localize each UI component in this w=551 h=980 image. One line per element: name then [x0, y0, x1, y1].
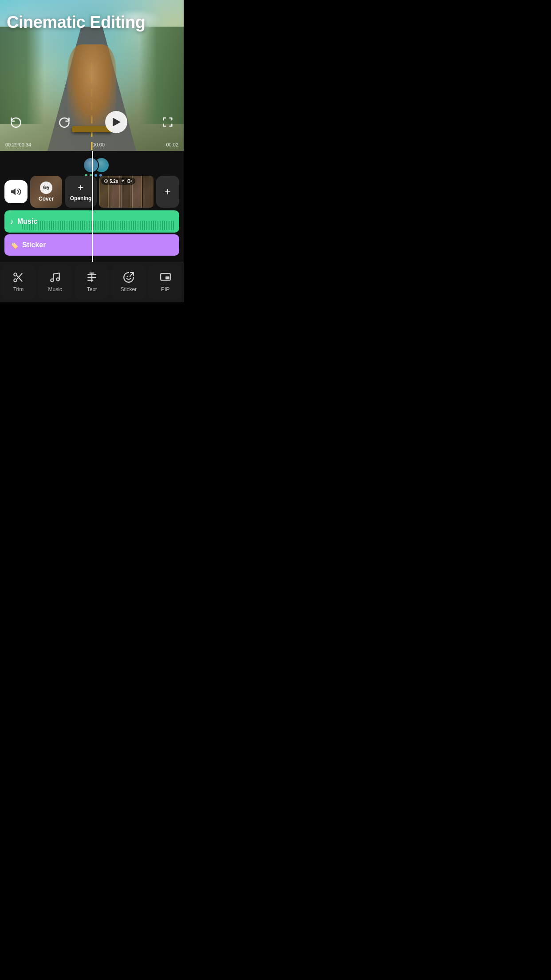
tool-text[interactable]: Text: [75, 265, 109, 300]
sticker-tool-icon: [123, 271, 134, 284]
video-title: Cinematic Editing: [7, 13, 145, 32]
tool-music[interactable]: Music: [38, 265, 72, 300]
cover-swap-icon: [40, 182, 52, 194]
sticker-tool-label: Sticker: [120, 286, 137, 292]
cover-button[interactable]: Cover: [30, 176, 62, 208]
strip-5: [143, 176, 153, 208]
svg-rect-4: [123, 180, 124, 181]
video-preview: Cinematic Editing 00:29 /: [0, 0, 184, 151]
svg-rect-0: [11, 190, 13, 194]
music-track[interactable]: ♪ Music: [4, 210, 179, 233]
video-controls: [0, 111, 184, 133]
strip-time-badge: 5.2s: [101, 178, 135, 185]
svg-rect-5: [122, 182, 123, 182]
music-tool-icon: [49, 271, 61, 284]
sticker-track[interactable]: 🏷️ Sticker: [4, 234, 179, 256]
marker-right-label: 00:02: [166, 142, 178, 147]
opening-button[interactable]: + Opening: [65, 176, 97, 208]
opening-plus-icon: +: [78, 182, 84, 194]
sticker-icon: 🏷️: [10, 241, 19, 249]
main-track-row: Cover + Opening 5.2s: [0, 176, 184, 208]
audio-toggle-button[interactable]: [4, 180, 28, 203]
timeline-area: Cover + Opening 5.2s: [0, 151, 184, 262]
pip-tool-label: PIP: [161, 286, 169, 292]
current-time-label: 00:29: [5, 142, 18, 147]
timeline-time-labels: 00:29 / 00:34 00:00 00:02: [0, 142, 184, 147]
trim-label: Trim: [13, 286, 24, 292]
music-track-label: Music: [17, 217, 37, 225]
bubble-track-row: [4, 155, 179, 176]
undo-button[interactable]: [8, 114, 24, 130]
tool-sticker[interactable]: Sticker: [111, 265, 146, 300]
cover-label: Cover: [39, 196, 54, 202]
video-strip[interactable]: 5.2s: [99, 176, 153, 208]
opening-label: Opening: [70, 195, 92, 202]
pip-icon: [160, 271, 171, 284]
fullscreen-button[interactable]: [160, 114, 176, 130]
svg-rect-17: [165, 277, 169, 280]
transition-bubbles: [83, 157, 110, 173]
redo-button[interactable]: [56, 114, 72, 130]
trees-left: [0, 27, 44, 124]
tool-pip[interactable]: PIP: [148, 265, 182, 300]
svg-marker-6: [128, 180, 130, 183]
svg-point-15: [130, 276, 131, 277]
svg-point-13: [56, 278, 59, 281]
music-tool-label: Music: [48, 286, 62, 292]
sticker-track-label: Sticker: [22, 241, 46, 249]
strip-time-value: 5.2s: [110, 179, 118, 184]
text-icon: [86, 271, 98, 284]
play-button[interactable]: [105, 111, 127, 133]
svg-point-12: [51, 279, 54, 282]
total-time-label: 00:34: [19, 142, 31, 147]
text-tool-label: Text: [87, 286, 97, 292]
add-clip-button[interactable]: +: [156, 176, 179, 208]
svg-rect-3: [122, 180, 123, 181]
music-note-icon: ♪: [10, 217, 14, 226]
marker-left-label: 00:00: [93, 142, 105, 147]
trim-icon: [12, 271, 24, 284]
trees-right: [139, 27, 184, 124]
bottom-toolbar: Trim Music Text: [0, 262, 184, 302]
tool-trim[interactable]: Trim: [1, 265, 35, 300]
svg-point-14: [126, 276, 128, 277]
play-icon: [113, 118, 121, 126]
svg-rect-2: [121, 179, 125, 183]
music-waveform: [22, 221, 175, 230]
